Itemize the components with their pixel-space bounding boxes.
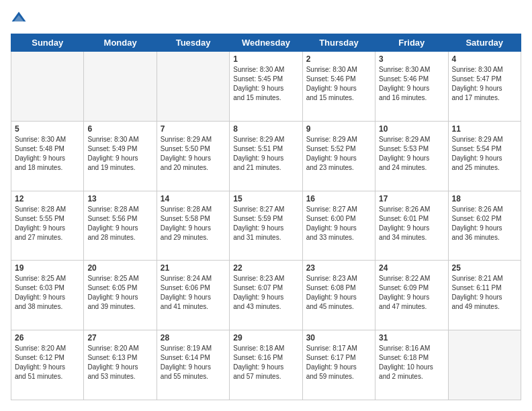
table-row: 17Sunrise: 8:26 AMSunset: 6:01 PMDayligh… — [375, 191, 448, 261]
day-number: 29 — [233, 333, 298, 342]
table-row: 10Sunrise: 8:29 AMSunset: 5:53 PMDayligh… — [375, 121, 448, 191]
calendar-table: Sunday Monday Tuesday Wednesday Thursday… — [11, 34, 521, 400]
table-row: 13Sunrise: 8:28 AMSunset: 5:56 PMDayligh… — [84, 191, 157, 261]
day-info: Sunrise: 8:30 AMSunset: 5:46 PMDaylight:… — [379, 65, 444, 103]
day-number: 23 — [306, 263, 371, 273]
day-info: Sunrise: 8:28 AMSunset: 5:55 PMDaylight:… — [15, 205, 80, 242]
col-friday: Friday — [375, 34, 448, 52]
table-row: 8Sunrise: 8:29 AMSunset: 5:51 PMDaylight… — [230, 121, 302, 191]
day-number: 25 — [452, 263, 517, 273]
table-row: 12Sunrise: 8:28 AMSunset: 5:55 PMDayligh… — [11, 191, 84, 261]
day-info: Sunrise: 8:26 AMSunset: 6:01 PMDaylight:… — [379, 205, 444, 242]
day-number: 17 — [379, 194, 444, 203]
day-number: 7 — [161, 124, 226, 134]
calendar-week-row: 5Sunrise: 8:30 AMSunset: 5:48 PMDaylight… — [11, 121, 521, 191]
table-row: 6Sunrise: 8:30 AMSunset: 5:49 PMDaylight… — [84, 121, 157, 191]
day-info: Sunrise: 8:29 AMSunset: 5:50 PMDaylight:… — [161, 135, 226, 173]
day-info: Sunrise: 8:29 AMSunset: 5:54 PMDaylight:… — [452, 135, 517, 173]
day-info: Sunrise: 8:29 AMSunset: 5:52 PMDaylight:… — [306, 135, 371, 173]
table-row: 18Sunrise: 8:26 AMSunset: 6:02 PMDayligh… — [448, 191, 521, 261]
col-saturday: Saturday — [448, 34, 521, 52]
col-thursday: Thursday — [302, 34, 375, 52]
page: Sunday Monday Tuesday Wednesday Thursday… — [0, 0, 532, 411]
table-row: 29Sunrise: 8:18 AMSunset: 6:16 PMDayligh… — [230, 330, 302, 400]
table-row: 23Sunrise: 8:23 AMSunset: 6:08 PMDayligh… — [302, 261, 375, 330]
day-number: 27 — [87, 333, 152, 342]
day-number: 26 — [15, 333, 80, 342]
day-number: 5 — [15, 124, 80, 134]
calendar-week-row: 19Sunrise: 8:25 AMSunset: 6:03 PMDayligh… — [11, 261, 521, 330]
table-row: 1Sunrise: 8:30 AMSunset: 5:45 PMDaylight… — [230, 52, 302, 122]
day-number: 21 — [161, 263, 226, 273]
day-number: 3 — [379, 54, 444, 64]
day-number: 31 — [379, 333, 444, 342]
day-number: 18 — [452, 194, 517, 203]
table-row: 2Sunrise: 8:30 AMSunset: 5:46 PMDaylight… — [302, 52, 375, 122]
table-row: 14Sunrise: 8:28 AMSunset: 5:58 PMDayligh… — [157, 191, 229, 261]
table-row: 25Sunrise: 8:21 AMSunset: 6:11 PMDayligh… — [448, 261, 521, 330]
table-row — [84, 52, 157, 122]
day-number: 20 — [87, 263, 152, 273]
table-row: 9Sunrise: 8:29 AMSunset: 5:52 PMDaylight… — [302, 121, 375, 191]
day-info: Sunrise: 8:30 AMSunset: 5:45 PMDaylight:… — [233, 65, 298, 103]
table-row: 22Sunrise: 8:23 AMSunset: 6:07 PMDayligh… — [230, 261, 302, 330]
table-row: 24Sunrise: 8:22 AMSunset: 6:09 PMDayligh… — [375, 261, 448, 330]
calendar-week-row: 26Sunrise: 8:20 AMSunset: 6:12 PMDayligh… — [11, 330, 521, 400]
day-number: 9 — [306, 124, 371, 134]
day-number: 22 — [233, 263, 298, 273]
table-row: 7Sunrise: 8:29 AMSunset: 5:50 PMDaylight… — [157, 121, 229, 191]
day-number: 16 — [306, 194, 371, 203]
day-number: 24 — [379, 263, 444, 273]
day-info: Sunrise: 8:30 AMSunset: 5:46 PMDaylight:… — [306, 65, 371, 103]
day-info: Sunrise: 8:18 AMSunset: 6:16 PMDaylight:… — [233, 344, 298, 381]
table-row: 16Sunrise: 8:27 AMSunset: 6:00 PMDayligh… — [302, 191, 375, 261]
table-row: 15Sunrise: 8:27 AMSunset: 5:59 PMDayligh… — [230, 191, 302, 261]
day-info: Sunrise: 8:30 AMSunset: 5:47 PMDaylight:… — [452, 65, 517, 103]
day-info: Sunrise: 8:20 AMSunset: 6:13 PMDaylight:… — [87, 344, 152, 381]
calendar-week-row: 12Sunrise: 8:28 AMSunset: 5:55 PMDayligh… — [11, 191, 521, 261]
table-row: 30Sunrise: 8:17 AMSunset: 6:17 PMDayligh… — [302, 330, 375, 400]
calendar-week-row: 1Sunrise: 8:30 AMSunset: 5:45 PMDaylight… — [11, 52, 521, 122]
table-row: 19Sunrise: 8:25 AMSunset: 6:03 PMDayligh… — [11, 261, 84, 330]
day-info: Sunrise: 8:28 AMSunset: 5:58 PMDaylight:… — [161, 205, 226, 242]
table-row: 3Sunrise: 8:30 AMSunset: 5:46 PMDaylight… — [375, 52, 448, 122]
day-info: Sunrise: 8:19 AMSunset: 6:14 PMDaylight:… — [161, 344, 226, 381]
day-number: 1 — [233, 54, 298, 64]
table-row: 21Sunrise: 8:24 AMSunset: 6:06 PMDayligh… — [157, 261, 229, 330]
day-info: Sunrise: 8:30 AMSunset: 5:48 PMDaylight:… — [15, 135, 80, 173]
table-row: 4Sunrise: 8:30 AMSunset: 5:47 PMDaylight… — [448, 52, 521, 122]
day-number: 15 — [233, 194, 298, 203]
day-info: Sunrise: 8:20 AMSunset: 6:12 PMDaylight:… — [15, 344, 80, 381]
day-number: 4 — [452, 54, 517, 64]
col-monday: Monday — [84, 34, 157, 52]
day-number: 8 — [233, 124, 298, 134]
day-info: Sunrise: 8:29 AMSunset: 5:53 PMDaylight:… — [379, 135, 444, 173]
table-row: 11Sunrise: 8:29 AMSunset: 5:54 PMDayligh… — [448, 121, 521, 191]
day-info: Sunrise: 8:25 AMSunset: 6:03 PMDaylight:… — [15, 274, 80, 312]
day-info: Sunrise: 8:27 AMSunset: 5:59 PMDaylight:… — [233, 205, 298, 242]
day-info: Sunrise: 8:27 AMSunset: 6:00 PMDaylight:… — [306, 205, 371, 242]
header — [11, 11, 521, 27]
logo-icon — [11, 11, 27, 27]
table-row: 31Sunrise: 8:16 AMSunset: 6:18 PMDayligh… — [375, 330, 448, 400]
table-row: 26Sunrise: 8:20 AMSunset: 6:12 PMDayligh… — [11, 330, 84, 400]
day-number: 14 — [161, 194, 226, 203]
col-wednesday: Wednesday — [230, 34, 302, 52]
day-info: Sunrise: 8:23 AMSunset: 6:08 PMDaylight:… — [306, 274, 371, 312]
day-info: Sunrise: 8:30 AMSunset: 5:49 PMDaylight:… — [87, 135, 152, 173]
day-number: 28 — [161, 333, 226, 342]
table-row: 27Sunrise: 8:20 AMSunset: 6:13 PMDayligh… — [84, 330, 157, 400]
day-number: 19 — [15, 263, 80, 273]
day-info: Sunrise: 8:24 AMSunset: 6:06 PMDaylight:… — [161, 274, 226, 312]
table-row — [448, 330, 521, 400]
day-number: 30 — [306, 333, 371, 342]
day-info: Sunrise: 8:29 AMSunset: 5:51 PMDaylight:… — [233, 135, 298, 173]
day-number: 11 — [452, 124, 517, 134]
day-info: Sunrise: 8:28 AMSunset: 5:56 PMDaylight:… — [87, 205, 152, 242]
table-row: 20Sunrise: 8:25 AMSunset: 6:05 PMDayligh… — [84, 261, 157, 330]
day-info: Sunrise: 8:25 AMSunset: 6:05 PMDaylight:… — [87, 274, 152, 312]
calendar-header-row: Sunday Monday Tuesday Wednesday Thursday… — [11, 34, 521, 52]
table-row: 5Sunrise: 8:30 AMSunset: 5:48 PMDaylight… — [11, 121, 84, 191]
day-info: Sunrise: 8:22 AMSunset: 6:09 PMDaylight:… — [379, 274, 444, 312]
col-sunday: Sunday — [11, 34, 84, 52]
